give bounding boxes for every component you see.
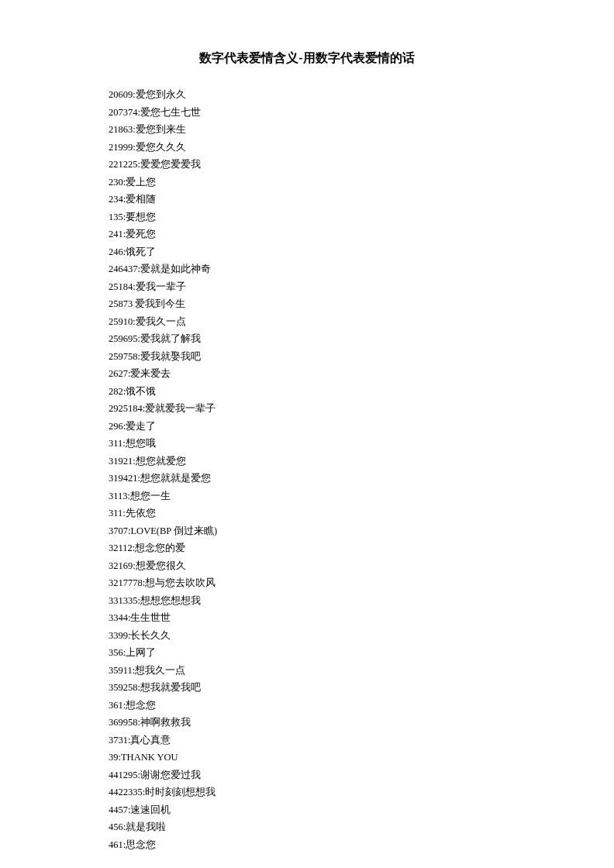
entry-line: 230:爱上您 (109, 174, 505, 191)
entry-line: 361:想念您 (109, 697, 505, 715)
entry-line: 461:思念您 (109, 836, 505, 854)
entry-line: 32169:想爱您很久 (109, 557, 505, 575)
entry-line: 21863:爱您到来生 (109, 121, 505, 139)
entry-line: 3399:长长久久 (109, 627, 505, 645)
entry-line: 25184:爱我一辈子 (109, 278, 505, 296)
entry-line: 21999:爱您久久久 (109, 139, 505, 157)
entry-line: 356:上网了 (109, 644, 505, 662)
entry-line: 3707:LOVE(BP 倒过来瞧) (109, 522, 505, 540)
entry-line: 234:爱相随 (109, 191, 505, 208)
entry-line: 246:饿死了 (109, 243, 505, 261)
entry-line: 20609:爱您到永久 (109, 86, 505, 104)
entry-line: 2925184:爱就爱我一辈子 (109, 400, 505, 418)
entry-line: 441295:谢谢您爱过我 (109, 766, 505, 784)
entry-line: 25910:爱我久一点 (109, 313, 505, 331)
entry-line: 135:要想您 (109, 208, 505, 226)
entry-line: 2627:爱来爱去 (109, 365, 505, 383)
entry-line: 3217778:想与您去吹吹风 (109, 574, 505, 592)
entry-line: 331335:想想您想想我 (109, 592, 505, 610)
entry-line: 39:THANK YOU (109, 749, 505, 766)
entry-line: 259695:爱我就了解我 (109, 330, 505, 348)
entry-line: 259758:爱我就娶我吧 (109, 348, 505, 366)
entry-line: 282:饿不饿 (109, 383, 505, 401)
entry-line: 456:就是我啦 (109, 818, 505, 836)
entry-line: 25873 爱我到今生 (109, 295, 505, 313)
entry-line: 359258:想我就爱我吧 (109, 679, 505, 697)
entry-line: 4457:速速回机 (109, 801, 505, 819)
page-title: 数字代表爱情含义-用数字代表爱情的话 (109, 50, 505, 67)
entry-line: 221225:爱爱您爱爱我 (109, 156, 505, 174)
entry-list: 20609:爱您到永久207374:爱您七生七世21863:爱您到来生21999… (109, 86, 505, 853)
entry-line: 319421:想您就就是爱您 (109, 470, 505, 487)
entry-line: 4422335:时时刻刻想想我 (109, 784, 505, 801)
entry-line: 3731:真心真意 (109, 732, 505, 749)
entry-line: 35911:想我久一点 (109, 662, 505, 680)
entry-line: 369958:神啊救救我 (109, 714, 505, 732)
entry-line: 3344:生生世世 (109, 609, 505, 627)
entry-line: 296:爱走了 (109, 418, 505, 436)
entry-line: 3113:想您一生 (109, 487, 505, 505)
entry-line: 207374:爱您七生七世 (109, 104, 505, 122)
entry-line: 32112:想念您的爱 (109, 539, 505, 557)
entry-line: 311:想您哦 (109, 435, 505, 453)
entry-line: 246437:爱就是如此神奇 (109, 260, 505, 278)
entry-line: 311:先依您 (109, 505, 505, 522)
entry-line: 31921:想您就爱您 (109, 453, 505, 470)
entry-line: 241:爱死您 (109, 226, 505, 243)
